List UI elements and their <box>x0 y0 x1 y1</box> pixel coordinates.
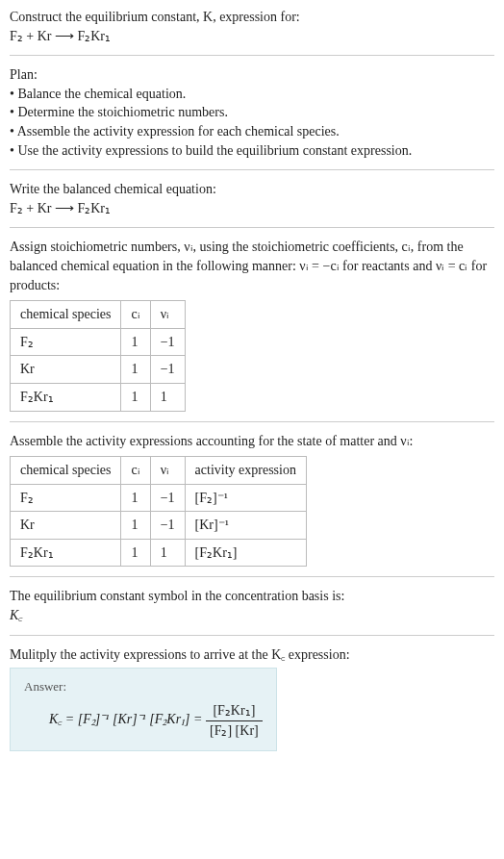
cell-expr: [F₂]⁻¹ <box>185 484 306 512</box>
col-header: νᵢ <box>150 457 185 485</box>
table-row: F₂ 1 −1 [F₂]⁻¹ <box>11 484 307 512</box>
answer-numerator: [F₂Kr₁] <box>206 701 263 721</box>
activity-table: chemical species cᵢ νᵢ activity expressi… <box>10 456 307 567</box>
cell-v: −1 <box>150 328 185 356</box>
activity-block: Assemble the activity expressions accoun… <box>10 432 494 568</box>
cell-v: −1 <box>150 356 185 384</box>
col-header: cᵢ <box>121 457 150 485</box>
table-header-row: chemical species cᵢ νᵢ activity expressi… <box>11 457 307 485</box>
divider <box>10 635 494 636</box>
col-header: activity expression <box>185 457 306 485</box>
divider <box>10 421 494 422</box>
cell-c: 1 <box>121 356 150 384</box>
cell-expr: [Kr]⁻¹ <box>185 512 306 540</box>
multiply-text: Mulitply the activity expressions to arr… <box>10 645 494 665</box>
plan-item: • Use the activity expressions to build … <box>10 141 494 161</box>
stoich-text: Assign stoichiometric numbers, νᵢ, using… <box>10 238 494 294</box>
answer-equation: K꜀ = [F₂]⁻¹ [Kr]⁻¹ [F₂Kr₁] = [F₂Kr₁] [F₂… <box>49 701 263 740</box>
plan-item: • Balance the chemical equation. <box>10 85 494 104</box>
cell-v: −1 <box>150 484 185 512</box>
balanced-heading: Write the balanced chemical equation: <box>10 180 494 199</box>
table-row: F₂ 1 −1 <box>11 328 186 356</box>
activity-text: Assemble the activity expressions accoun… <box>10 432 494 451</box>
cell-species: Kr <box>11 356 121 384</box>
plan-heading: Plan: <box>10 65 494 85</box>
answer-denominator: [F₂] [Kr] <box>206 721 263 741</box>
cell-expr: [F₂Kr₁] <box>185 539 306 567</box>
cell-v: 1 <box>150 383 185 411</box>
symbol-block: The equilibrium constant symbol in the c… <box>10 587 494 624</box>
cell-c: 1 <box>121 539 150 567</box>
symbol-sym: K꜀ <box>10 606 494 625</box>
table-row: F₂Kr₁ 1 1 <box>11 383 186 411</box>
divider <box>10 227 494 228</box>
cell-c: 1 <box>121 383 150 411</box>
table-row: Kr 1 −1 <box>11 356 186 384</box>
answer-box: Answer: K꜀ = [F₂]⁻¹ [Kr]⁻¹ [F₂Kr₁] = [F₂… <box>10 668 277 750</box>
cell-species: F₂ <box>11 328 121 356</box>
col-header: chemical species <box>11 457 121 485</box>
plan-item: • Assemble the activity expression for e… <box>10 122 494 141</box>
col-header: νᵢ <box>150 301 185 329</box>
answer-lhs: K꜀ = [F₂]⁻¹ [Kr]⁻¹ [F₂Kr₁] = <box>49 713 206 727</box>
table-row: F₂Kr₁ 1 1 [F₂Kr₁] <box>11 539 307 567</box>
answer-label: Answer: <box>24 678 263 695</box>
cell-c: 1 <box>121 512 150 540</box>
cell-c: 1 <box>121 484 150 512</box>
cell-v: 1 <box>150 539 185 567</box>
balanced-block: Write the balanced chemical equation: F₂… <box>10 180 494 217</box>
divider <box>10 576 494 577</box>
plan-block: Plan: • Balance the chemical equation. •… <box>10 65 494 160</box>
stoich-block: Assign stoichiometric numbers, νᵢ, using… <box>10 238 494 411</box>
divider <box>10 55 494 56</box>
table-header-row: chemical species cᵢ νᵢ <box>11 301 186 329</box>
answer-fraction: [F₂Kr₁] [F₂] [Kr] <box>206 701 263 740</box>
cell-species: Kr <box>11 512 121 540</box>
intro-block: Construct the equilibrium constant, K, e… <box>10 8 494 45</box>
cell-c: 1 <box>121 328 150 356</box>
table-row: Kr 1 −1 [Kr]⁻¹ <box>11 512 307 540</box>
plan-item: • Determine the stoichiometric numbers. <box>10 103 494 122</box>
intro-equation: F₂ + Kr ⟶ F₂Kr₁ <box>10 27 494 46</box>
balanced-equation: F₂ + Kr ⟶ F₂Kr₁ <box>10 199 494 218</box>
cell-species: F₂Kr₁ <box>11 383 121 411</box>
intro-prompt: Construct the equilibrium constant, K, e… <box>10 8 494 27</box>
col-header: cᵢ <box>121 301 150 329</box>
cell-species: F₂ <box>11 484 121 512</box>
cell-species: F₂Kr₁ <box>11 539 121 567</box>
symbol-text: The equilibrium constant symbol in the c… <box>10 587 494 606</box>
col-header: chemical species <box>11 301 121 329</box>
divider <box>10 169 494 170</box>
stoich-table: chemical species cᵢ νᵢ F₂ 1 −1 Kr 1 −1 F… <box>10 300 186 411</box>
cell-v: −1 <box>150 512 185 540</box>
